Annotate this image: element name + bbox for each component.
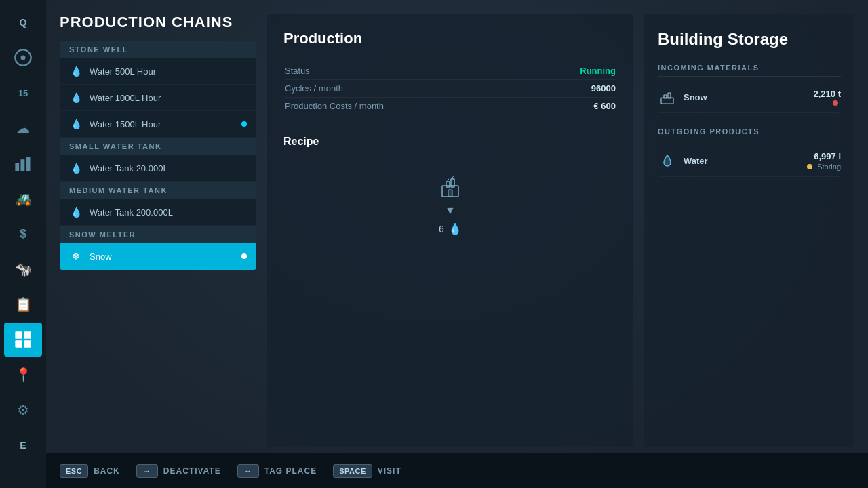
water-status-dot bbox=[807, 164, 812, 169]
sidebar-item-stats[interactable] bbox=[4, 146, 42, 180]
svg-point-1 bbox=[21, 56, 26, 60]
active-dot bbox=[241, 121, 247, 127]
list-item[interactable]: 💧 Water 1500L Hour bbox=[60, 111, 256, 138]
sidebar-item-animals[interactable]: 🐄 bbox=[4, 252, 42, 286]
label-visit: VISIT bbox=[378, 466, 401, 476]
recipe-building bbox=[437, 172, 464, 199]
svg-rect-13 bbox=[661, 98, 673, 104]
label-tagplace: TAG PLACE bbox=[264, 466, 317, 476]
list-item-selected[interactable]: ❄ Snow bbox=[60, 243, 256, 270]
water-icon: 💧 bbox=[69, 91, 83, 104]
chain-list: STONE WELL 💧 Water 500L Hour 💧 Water 100… bbox=[60, 41, 256, 270]
active-dot bbox=[241, 253, 247, 259]
sidebar-item-q[interactable]: Q bbox=[4, 5, 42, 39]
list-item[interactable]: 💧 Water Tank 200.000L bbox=[60, 199, 256, 226]
sidebar-item-map[interactable]: 📍 bbox=[4, 358, 42, 392]
stat-row-status: Status Running bbox=[285, 62, 616, 80]
sidebar-item-overview[interactable] bbox=[4, 41, 42, 75]
recipe-count: 6 bbox=[439, 224, 444, 235]
list-item[interactable]: 💧 Water 500L Hour bbox=[60, 58, 256, 85]
chain-item-label: Water Tank 20.000L bbox=[90, 163, 247, 174]
recipe-arrow-down: ▼ bbox=[445, 205, 456, 217]
sidebar-item-farm[interactable]: 🚜 bbox=[4, 182, 42, 216]
snow-item-name: Snow bbox=[684, 92, 814, 102]
sidebar-item-finance[interactable]: $ bbox=[4, 217, 42, 251]
production-title: Production bbox=[283, 30, 617, 47]
recipe-title: Recipe bbox=[283, 136, 617, 148]
svg-rect-8 bbox=[24, 340, 31, 348]
panel-title: PRODUCTION CHAINS bbox=[60, 14, 256, 31]
water-icon: 💧 bbox=[69, 64, 83, 78]
key-arrow[interactable]: → bbox=[136, 464, 158, 478]
key-binding-back: ESC BACK bbox=[60, 464, 120, 478]
stat-value-status: Running bbox=[580, 66, 616, 76]
list-item[interactable]: 💧 Water Tank 20.000L bbox=[60, 155, 256, 182]
group-stone-well: STONE WELL bbox=[60, 41, 256, 58]
snow-amount: 2,210 t bbox=[814, 89, 841, 99]
sidebar-item-weather[interactable]: ☁ bbox=[4, 111, 42, 145]
water-icon: 💧 bbox=[69, 161, 83, 175]
storage-item-snow: Snow 2,210 t bbox=[658, 82, 841, 113]
outgoing-products-header: OUTGOING PRODUCTS bbox=[658, 123, 841, 140]
stat-label-costs: Production Costs / month bbox=[285, 101, 384, 111]
water-storage-icon bbox=[658, 152, 677, 171]
water-item-name: Water bbox=[684, 156, 807, 166]
panel-production-chains: PRODUCTION CHAINS STONE WELL 💧 Water 500… bbox=[60, 14, 256, 447]
water-amount: 6,997 l bbox=[807, 151, 841, 161]
snowflake-icon: ❄ bbox=[69, 249, 83, 263]
stat-row-costs: Production Costs / month € 600 bbox=[285, 98, 616, 115]
recipe-output: 6 💧 bbox=[439, 222, 462, 235]
svg-rect-6 bbox=[24, 331, 31, 339]
stat-label-status: Status bbox=[285, 66, 310, 76]
chain-item-label: Water 500L Hour bbox=[90, 66, 247, 77]
production-stats-table: Status Running Cycles / month 96000 Prod… bbox=[283, 61, 617, 117]
snow-item-right: 2,210 t bbox=[814, 89, 841, 106]
group-small-water-tank: SMALL WATER TANK bbox=[60, 138, 256, 155]
chain-item-label: Water 1000L Hour bbox=[90, 93, 247, 103]
incoming-materials-header: INCOMING MATERIALS bbox=[658, 60, 841, 77]
water-item-right: 6,997 l Storing bbox=[807, 151, 841, 171]
chain-item-label: Water Tank 200.000L bbox=[90, 207, 247, 218]
key-binding-visit: SPACE VISIT bbox=[333, 464, 401, 478]
water-icon: 💧 bbox=[69, 205, 83, 219]
storage-item-water: Water 6,997 l Storing bbox=[658, 146, 841, 177]
svg-rect-5 bbox=[15, 331, 22, 339]
stat-row-cycles: Cycles / month 96000 bbox=[285, 80, 616, 98]
key-binding-tagplace: ↔ TAG PLACE bbox=[237, 464, 317, 478]
svg-rect-12 bbox=[448, 190, 452, 197]
outgoing-section: OUTGOING PRODUCTS Water 6,997 l Storing bbox=[658, 123, 841, 177]
svg-rect-4 bbox=[26, 157, 31, 171]
stat-value-cycles: 96000 bbox=[591, 83, 616, 94]
sidebar-item-notes[interactable]: 📋 bbox=[4, 287, 42, 321]
water-icon: 💧 bbox=[69, 117, 83, 131]
sidebar-item-machinery[interactable]: ⚙ bbox=[4, 393, 42, 427]
sidebar-item-calendar[interactable]: 15 bbox=[4, 76, 42, 110]
water-status-label: Storing bbox=[817, 163, 841, 171]
chain-item-label: Snow bbox=[90, 251, 241, 262]
svg-rect-3 bbox=[21, 159, 25, 171]
building-icon bbox=[437, 172, 464, 199]
panel-building-storage: Building Storage INCOMING MATERIALS Snow… bbox=[644, 14, 854, 447]
water-drop-icon: 💧 bbox=[448, 222, 462, 235]
recipe-visual: ▼ 6 💧 bbox=[283, 159, 617, 249]
stat-label-cycles: Cycles / month bbox=[285, 83, 343, 94]
group-medium-water-tank: MEDIUM WATER TANK bbox=[60, 182, 256, 199]
bottom-bar: ESC BACK → DEACTIVATE ↔ TAG PLACE SPACE … bbox=[46, 453, 868, 488]
snow-status-dot bbox=[833, 100, 838, 106]
sidebar: Q 15 ☁ 🚜 $ 🐄 📋 📍 ⚙ E bbox=[0, 0, 46, 488]
stat-value-costs: € 600 bbox=[593, 101, 616, 111]
svg-rect-7 bbox=[15, 340, 22, 348]
sidebar-item-production[interactable] bbox=[4, 323, 42, 357]
key-esc[interactable]: ESC bbox=[60, 464, 88, 478]
sidebar-item-extra[interactable]: E bbox=[4, 428, 42, 462]
svg-rect-10 bbox=[446, 182, 450, 187]
building-storage-title: Building Storage bbox=[658, 30, 841, 49]
list-item[interactable]: 💧 Water 1000L Hour bbox=[60, 85, 256, 111]
chain-item-label: Water 1500L Hour bbox=[90, 119, 241, 129]
main-content: PRODUCTION CHAINS STONE WELL 💧 Water 500… bbox=[46, 0, 868, 488]
svg-rect-2 bbox=[15, 163, 19, 171]
key-space[interactable]: SPACE bbox=[333, 464, 372, 478]
snow-storage-icon bbox=[658, 87, 677, 106]
key-binding-deactivate: → DEACTIVATE bbox=[136, 464, 221, 478]
key-arrows[interactable]: ↔ bbox=[237, 464, 259, 478]
